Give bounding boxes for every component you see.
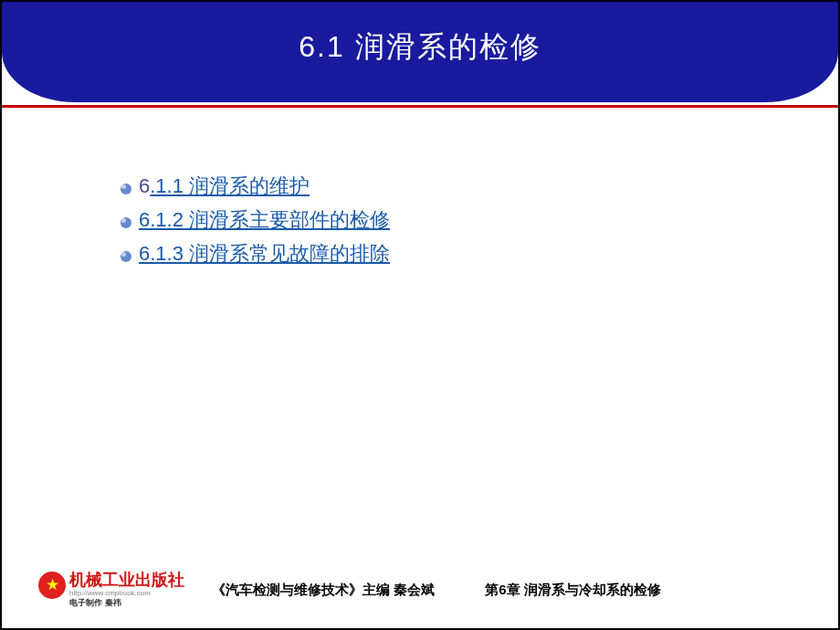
slide-header: 6.1 润滑系的检修 <box>2 2 838 121</box>
section-link-6-1-1[interactable]: .1.1 润滑系的维护 <box>150 174 310 197</box>
list-item: 6.1.3 润滑系常见故障的排除 <box>121 238 760 268</box>
list-item: 6.1.2 润滑系主要部件的检修 <box>121 205 760 235</box>
publisher-text: 机械工业出版社 http://www.cmpbook.com 电子制作 秦祎 <box>69 572 184 608</box>
list-item: 6.1.1 润滑系的维护 <box>121 171 760 201</box>
section-link-6-1-2[interactable]: 6.1.2 润滑系主要部件的检修 <box>139 208 390 231</box>
bullet-icon <box>121 217 131 228</box>
item-number: 6 <box>139 174 150 197</box>
publisher-url: http://www.cmpbook.com <box>69 589 184 598</box>
header-divider <box>2 105 838 108</box>
book-title: 《汽车检测与维修技术》主编 秦会斌 <box>212 582 435 599</box>
bullet-icon <box>121 184 131 194</box>
slide: 6.1 润滑系的检修 6.1.1 润滑系的维护 6.1.2 润滑系主要部件的检修… <box>2 2 838 628</box>
slide-footer: ★ 机械工业出版社 http://www.cmpbook.com 电子制作 秦祎… <box>2 564 838 615</box>
publisher-logo: ★ 机械工业出版社 http://www.cmpbook.com 电子制作 秦祎 <box>38 572 184 608</box>
content-area: 6.1.1 润滑系的维护 6.1.2 润滑系主要部件的检修 6.1.3 润滑系常… <box>121 171 760 272</box>
chapter-title: 第6章 润滑系与冷却系的检修 <box>485 582 661 599</box>
section-link-6-1-3[interactable]: 6.1.3 润滑系常见故障的排除 <box>139 242 390 265</box>
slide-title: 6.1 润滑系的检修 <box>2 27 838 68</box>
slide-maker: 电子制作 秦祎 <box>69 598 184 608</box>
publisher-name: 机械工业出版社 <box>69 572 184 588</box>
star-icon: ★ <box>38 572 66 599</box>
bullet-icon <box>121 251 131 262</box>
